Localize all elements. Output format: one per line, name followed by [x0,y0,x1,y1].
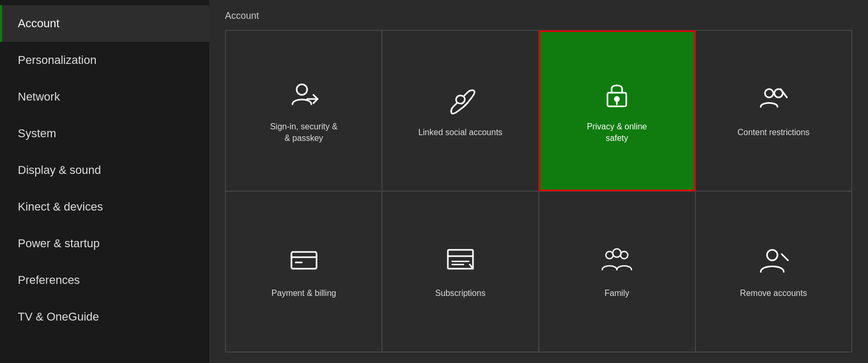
settings-grid: Sign-in, security && passkey Linked soci… [225,30,852,353]
sidebar-item-account[interactable]: Account [0,5,209,42]
grid-item-payment-billing[interactable]: Payment & billing [226,191,382,352]
grid-item-label-family: Family [605,288,629,299]
linked-icon [445,84,476,127]
sidebar-item-power-startup[interactable]: Power & startup [0,225,209,262]
grid-item-subscriptions[interactable]: Subscriptions [382,191,538,352]
grid-item-label-privacy-safety: Privacy & onlinesafety [587,121,647,144]
svg-point-18 [767,250,777,260]
restriction-icon [758,84,789,127]
sidebar-item-kinect-devices[interactable]: Kinect & devices [0,189,209,225]
svg-point-5 [765,89,773,97]
grid-item-signin-security[interactable]: Sign-in, security && passkey [226,30,382,191]
svg-point-0 [297,84,307,95]
signin-icon [288,78,320,121]
svg-rect-11 [448,250,473,269]
remove-user-icon [758,245,789,288]
svg-point-17 [621,251,628,259]
sidebar-item-personalization[interactable]: Personalization [0,42,209,79]
grid-item-label-linked-social: Linked social accounts [418,127,502,138]
grid-item-label-remove-accounts: Remove accounts [740,288,807,299]
sidebar-item-preferences[interactable]: Preferences [0,262,209,299]
svg-line-19 [782,254,788,260]
grid-item-label-content-restrictions: Content restrictions [737,127,809,138]
grid-item-remove-accounts[interactable]: Remove accounts [695,191,852,352]
lock-icon [601,78,633,121]
grid-item-content-restrictions[interactable]: Content restrictions [695,30,852,191]
sidebar-item-system[interactable]: System [0,115,209,152]
svg-rect-8 [291,252,317,269]
grid-item-privacy-safety[interactable]: Privacy & onlinesafety [539,30,695,191]
sidebar-item-tv-oneguide[interactable]: TV & OneGuide [0,299,209,335]
subscriptions-icon [445,245,476,288]
grid-item-label-payment-billing: Payment & billing [272,288,336,299]
grid-item-family[interactable]: Family [539,191,695,352]
grid-item-label-signin-security: Sign-in, security && passkey [270,121,337,144]
sidebar: AccountPersonalizationNetworkSystemDispl… [0,0,209,363]
grid-item-label-subscriptions: Subscriptions [435,288,486,299]
grid-item-linked-social[interactable]: Linked social accounts [382,30,538,191]
page-title: Account [225,10,852,21]
main-content: Account Sign-in, security && passkey Lin… [209,0,868,363]
sidebar-item-display-sound[interactable]: Display & sound [0,152,209,189]
payment-icon [288,245,320,288]
svg-point-16 [613,249,621,257]
family-icon [601,245,633,288]
sidebar-item-network[interactable]: Network [0,79,209,115]
